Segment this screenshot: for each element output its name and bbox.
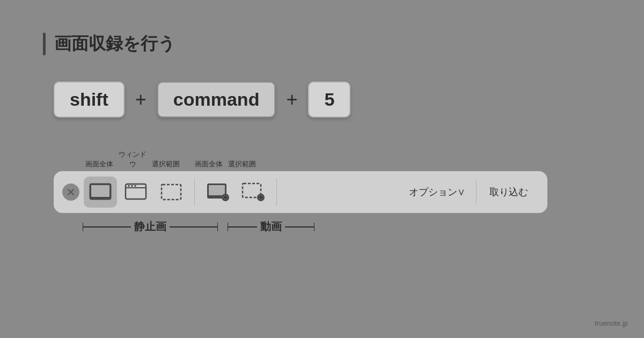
video-label: 動画 — [260, 219, 282, 234]
still-bracket-left — [83, 221, 131, 233]
still-bracket-right — [170, 221, 218, 233]
svg-rect-3 — [91, 185, 109, 197]
video-bracket-left — [228, 221, 257, 233]
svg-point-8 — [134, 185, 136, 187]
title-accent-bar — [43, 33, 46, 55]
plus-sign-1: + — [135, 89, 147, 111]
video-label-group: 動画 — [228, 219, 314, 234]
video-fullscreen-button[interactable] — [201, 177, 235, 208]
label-video-screen: 画面全体 — [192, 159, 225, 169]
number5-key: 5 — [308, 82, 350, 117]
toolbar-labels: 画面全体 ウィンドウ 選択範囲 画面全体 選択範囲 — [54, 150, 601, 169]
svg-rect-11 — [209, 185, 225, 195]
label-still-area: 選択範囲 — [149, 159, 182, 169]
still-label: 静止画 — [134, 219, 166, 234]
still-label-group: 静止画 — [83, 219, 218, 234]
svg-rect-9 — [162, 185, 181, 200]
label-still-screen: 画面全体 — [83, 159, 116, 169]
still-area-button[interactable] — [155, 177, 188, 208]
toolbar-divider — [194, 179, 195, 205]
label-still-window: ウィンドウ — [116, 150, 149, 169]
page-title: 画面収録を行う — [54, 32, 175, 56]
options-button[interactable]: オプション∨ — [398, 180, 477, 204]
video-area-button[interactable] — [237, 177, 270, 208]
bottom-labels: 静止画 動画 — [54, 219, 601, 234]
footer-text: truenote.jp — [595, 319, 628, 327]
still-window-button[interactable] — [119, 177, 152, 208]
toolbar-divider-2 — [276, 179, 277, 205]
title-section: 画面収録を行う — [43, 32, 175, 56]
label-video-area: 選択範囲 — [225, 159, 259, 169]
svg-point-18 — [260, 196, 262, 199]
page-container: 画面収録を行う shift + command + 5 画面全体 ウィンドウ 選… — [0, 0, 644, 338]
shortcut-section: shift + command + 5 — [43, 82, 350, 117]
svg-point-6 — [128, 185, 130, 187]
toolbar-section: 画面全体 ウィンドウ 選択範囲 画面全体 選択範囲 — [43, 150, 601, 234]
shift-key: shift — [54, 82, 125, 117]
close-button[interactable] — [62, 183, 79, 201]
svg-point-7 — [131, 185, 133, 187]
still-fullscreen-button[interactable] — [84, 177, 117, 208]
command-key: command — [157, 82, 276, 117]
toolbar-bar: オプション∨ 取り込む — [54, 171, 547, 213]
video-bracket-right — [285, 221, 314, 233]
svg-point-14 — [224, 196, 227, 199]
capture-button[interactable]: 取り込む — [479, 180, 539, 204]
plus-sign-2: + — [286, 89, 297, 111]
